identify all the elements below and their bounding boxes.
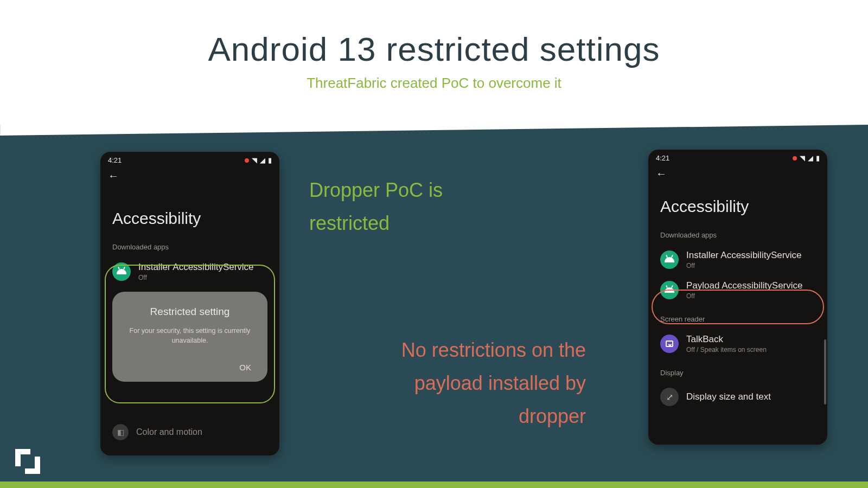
battery-icon: ▮ <box>816 154 820 162</box>
page-title: Accessibility <box>648 181 827 221</box>
cell-signal-icon: ◢ <box>260 156 265 164</box>
back-button[interactable]: ← <box>648 164 827 181</box>
palette-icon: ◧ <box>112 424 129 440</box>
phone-right: 4:21 ◥ ◢ ▮ ← Accessibility Downloaded ap… <box>648 150 827 445</box>
dialog-body: For your security, this setting is curre… <box>124 326 256 345</box>
section-downloaded-apps: Downloaded apps <box>648 221 827 245</box>
status-bar: 4:21 ◥ ◢ ▮ <box>100 152 279 166</box>
phone-left: 4:21 ◥ ◢ ▮ ← Accessibility Downloaded ap… <box>100 152 279 455</box>
app-row-installer[interactable]: Installer AccessibilityService Off <box>648 245 827 275</box>
status-icons: ◥ ◢ ▮ <box>245 156 272 164</box>
section-display: Display <box>648 359 827 382</box>
recording-dot-icon <box>793 156 797 160</box>
slide-title: Android 13 restricted settings <box>0 30 868 68</box>
talkback-name: TalkBack <box>686 334 767 345</box>
threatfabric-logo <box>15 449 40 474</box>
app-state: Off <box>138 274 254 281</box>
page-title: Accessibility <box>100 183 279 233</box>
row-display-size[interactable]: ⤢ Display size and text <box>648 382 827 412</box>
bottom-accent-stripe <box>0 481 868 488</box>
wifi-icon: ◥ <box>800 154 805 162</box>
status-icons: ◥ ◢ ▮ <box>793 154 820 162</box>
recording-dot-icon <box>245 158 249 163</box>
annotation-unrestricted: No restrictions on the payload installed… <box>380 333 586 433</box>
talkback-state: Off / Speak items on screen <box>686 346 767 354</box>
app-name: Payload AccessibilityService <box>686 280 802 291</box>
annotation-restricted: Dropper PoC is restricted <box>309 174 472 240</box>
app-state: Off <box>686 262 802 269</box>
section-downloaded-apps: Downloaded apps <box>100 233 279 256</box>
scroll-indicator <box>824 339 826 404</box>
app-name: Installer AccessibilityService <box>138 262 254 273</box>
status-time: 4:21 <box>656 154 669 162</box>
dialog-ok-button[interactable]: OK <box>235 361 256 374</box>
app-name: Installer AccessibilityService <box>686 250 802 261</box>
section-screen-reader: Screen reader <box>648 305 827 329</box>
status-bar: 4:21 ◥ ◢ ▮ <box>648 150 827 164</box>
dialog-title: Restricted setting <box>124 306 256 318</box>
app-state: Off <box>686 292 802 300</box>
cell-signal-icon: ◢ <box>808 154 813 162</box>
app-row-payload[interactable]: Payload AccessibilityService Off <box>648 275 827 305</box>
back-button[interactable]: ← <box>100 166 279 183</box>
row-label: Display size and text <box>686 391 771 402</box>
row-label: Color and motion <box>136 427 202 437</box>
slide-subtitle: ThreatFabric created PoC to overcome it <box>0 75 868 92</box>
talkback-icon <box>660 335 679 353</box>
row-talkback[interactable]: TalkBack Off / Speak items on screen <box>648 329 827 359</box>
display-size-icon: ⤢ <box>660 388 679 406</box>
status-time: 4:21 <box>108 156 122 164</box>
slide-header: Android 13 restricted settings ThreatFab… <box>0 0 868 125</box>
row-color-and-motion[interactable]: ◧ Color and motion <box>100 419 279 446</box>
android-app-icon <box>660 251 679 269</box>
android-app-icon <box>660 281 679 299</box>
android-app-icon <box>112 262 131 281</box>
restricted-setting-dialog: Restricted setting For your security, th… <box>112 292 267 382</box>
battery-icon: ▮ <box>268 156 272 164</box>
wifi-icon: ◥ <box>252 156 257 164</box>
app-row-installer[interactable]: Installer AccessibilityService Off <box>100 256 279 287</box>
